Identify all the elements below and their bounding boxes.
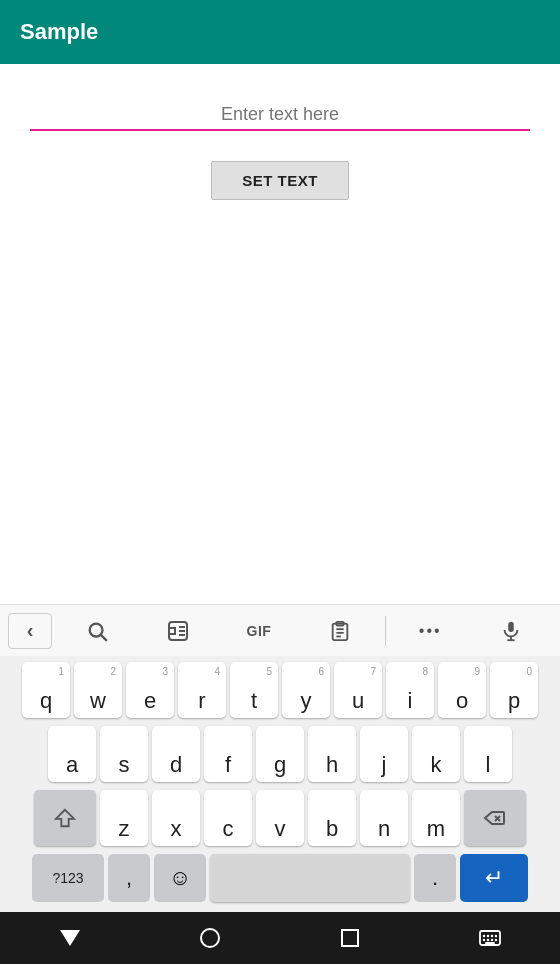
key-o[interactable]: 9 o xyxy=(438,662,486,718)
numbers-key[interactable]: ?123 xyxy=(32,854,104,902)
key-n[interactable]: n xyxy=(360,790,408,846)
set-text-button[interactable]: SET TEXT xyxy=(211,161,349,200)
app-bar: Sample xyxy=(0,0,560,64)
emoji-key[interactable]: ☺ xyxy=(154,854,206,902)
keyboard-container: ‹ GIF xyxy=(0,604,560,912)
toolbar-gif-button[interactable]: GIF xyxy=(218,605,299,656)
space-key[interactable] xyxy=(210,854,410,902)
nav-home-button[interactable] xyxy=(185,913,235,963)
toolbar-sticker-button[interactable] xyxy=(137,605,218,656)
key-w[interactable]: 2 w xyxy=(74,662,122,718)
key-v[interactable]: v xyxy=(256,790,304,846)
toolbar-more-button[interactable]: ••• xyxy=(390,605,471,656)
backspace-icon xyxy=(483,806,507,830)
comma-label: , xyxy=(126,865,132,891)
key-m[interactable]: m xyxy=(412,790,460,846)
numbers-label: ?123 xyxy=(52,870,83,886)
more-dots-icon: ••• xyxy=(419,622,442,640)
nav-keyboard-button[interactable] xyxy=(465,913,515,963)
nav-back-button[interactable] xyxy=(45,913,95,963)
key-d[interactable]: d xyxy=(152,726,200,782)
shift-icon xyxy=(54,807,76,829)
key-l[interactable]: l xyxy=(464,726,512,782)
key-k[interactable]: k xyxy=(412,726,460,782)
nav-recents-button[interactable] xyxy=(325,913,375,963)
key-t[interactable]: 5 t xyxy=(230,662,278,718)
text-input-wrapper xyxy=(30,104,530,131)
search-icon xyxy=(86,620,108,642)
svg-line-1 xyxy=(101,635,106,640)
enter-key[interactable]: ↵ xyxy=(460,854,528,902)
keyboard-icon xyxy=(478,926,502,950)
comma-key[interactable]: , xyxy=(108,854,150,902)
key-b[interactable]: b xyxy=(308,790,356,846)
mic-icon xyxy=(500,620,522,642)
home-circle-icon xyxy=(200,928,220,948)
keyboard: 1 q 2 w 3 e 4 r 5 t 6 y xyxy=(0,656,560,912)
key-row-2: a s d f g h j k l xyxy=(2,724,558,784)
key-r[interactable]: 4 r xyxy=(178,662,226,718)
back-chevron-icon: ‹ xyxy=(27,619,34,642)
toolbar-back-button[interactable]: ‹ xyxy=(8,613,52,649)
sticker-icon xyxy=(166,619,190,643)
key-y[interactable]: 6 y xyxy=(282,662,330,718)
nav-bar xyxy=(0,912,560,964)
key-x[interactable]: x xyxy=(152,790,200,846)
period-key[interactable]: . xyxy=(414,854,456,902)
key-row-1: 1 q 2 w 3 e 4 r 5 t 6 y xyxy=(2,660,558,720)
shift-key[interactable] xyxy=(34,790,96,846)
toolbar-separator xyxy=(385,616,386,646)
text-input[interactable] xyxy=(30,104,530,125)
app-title: Sample xyxy=(20,19,98,45)
toolbar-clipboard-button[interactable] xyxy=(300,605,381,656)
key-a[interactable]: a xyxy=(48,726,96,782)
content-area: SET TEXT xyxy=(0,64,560,604)
toolbar-mic-button[interactable] xyxy=(471,605,552,656)
back-triangle-icon xyxy=(60,930,80,946)
svg-rect-11 xyxy=(509,621,515,631)
period-label: . xyxy=(432,865,438,891)
key-e[interactable]: 3 e xyxy=(126,662,174,718)
key-u[interactable]: 7 u xyxy=(334,662,382,718)
emoji-icon: ☺ xyxy=(169,865,191,891)
backspace-key[interactable] xyxy=(464,790,526,846)
key-j[interactable]: j xyxy=(360,726,408,782)
key-p[interactable]: 0 p xyxy=(490,662,538,718)
key-c[interactable]: c xyxy=(204,790,252,846)
svg-marker-14 xyxy=(56,810,74,827)
recents-square-icon xyxy=(341,929,359,947)
key-g[interactable]: g xyxy=(256,726,304,782)
key-z[interactable]: z xyxy=(100,790,148,846)
key-row-bottom: ?123 , ☺ . ↵ xyxy=(2,852,558,904)
clipboard-icon xyxy=(329,620,351,642)
key-q[interactable]: 1 q xyxy=(22,662,70,718)
gif-label: GIF xyxy=(247,623,272,639)
key-s[interactable]: s xyxy=(100,726,148,782)
key-h[interactable]: h xyxy=(308,726,356,782)
key-row-3: z x c v b n m xyxy=(2,788,558,848)
keyboard-toolbar: ‹ GIF xyxy=(0,604,560,656)
enter-icon: ↵ xyxy=(485,865,503,891)
key-f[interactable]: f xyxy=(204,726,252,782)
toolbar-search-button[interactable] xyxy=(56,605,137,656)
key-i[interactable]: 8 i xyxy=(386,662,434,718)
